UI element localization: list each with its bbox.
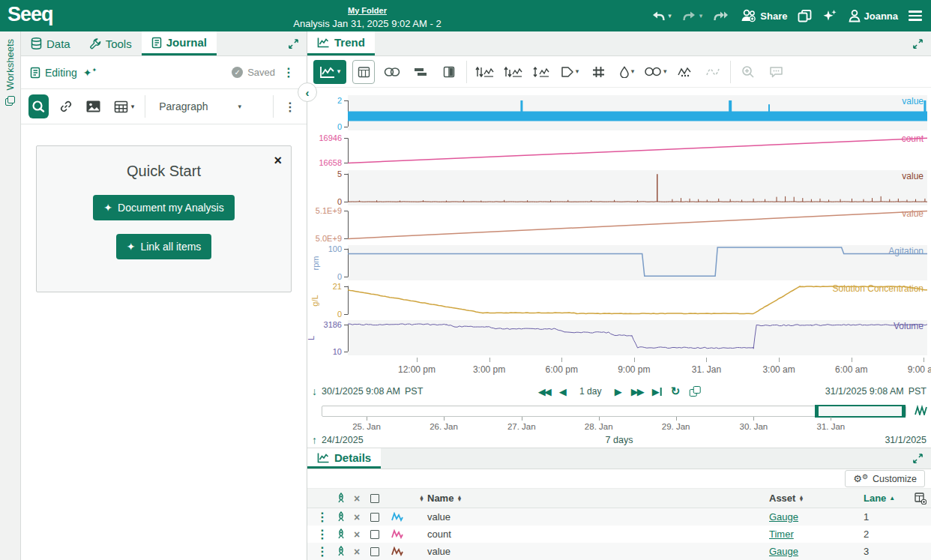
step-forward-fast-button[interactable]: ▶▶ (631, 386, 643, 397)
timebar-start-arrow-icon[interactable]: ↑ (312, 434, 317, 446)
selection-right-handle[interactable] (902, 406, 905, 417)
details-expand-button[interactable] (905, 453, 931, 464)
one-lane-button[interactable] (501, 60, 524, 84)
annotate-button[interactable] (765, 60, 788, 84)
view-mode-dropdown[interactable]: ▾ (313, 60, 346, 84)
row-checkbox[interactable] (370, 547, 379, 556)
worksheets-rail[interactable]: Worksheets (0, 31, 21, 560)
color-sort-icon[interactable]: ▲▼ (419, 496, 424, 502)
lane-label[interactable]: value (902, 171, 924, 181)
chain-view-button[interactable] (381, 60, 403, 84)
row-kebab-menu[interactable]: ⋮ (313, 510, 336, 524)
range-duration[interactable]: 1 day (576, 386, 606, 397)
tab-data[interactable]: Data (21, 31, 80, 55)
ai-assistant-button[interactable] (822, 9, 837, 22)
details-table-row[interactable]: ⋮×valueGauge1 (307, 508, 931, 526)
collapse-left-panel-button[interactable]: ‹ (298, 82, 317, 102)
row-rocket-icon[interactable] (336, 546, 354, 557)
compare-view-button[interactable] (409, 60, 432, 84)
row-asset-link[interactable]: Gauge (769, 546, 798, 557)
tab-details[interactable]: Details (307, 448, 381, 469)
hamburger-menu-icon[interactable] (909, 8, 922, 23)
journal-menu-kebab[interactable]: ⋮ (280, 65, 298, 79)
row-remove-icon[interactable]: × (354, 529, 370, 541)
worksheets-popout-button[interactable] (798, 10, 812, 22)
column-asset[interactable]: Asset▲▼ (769, 493, 844, 504)
details-table-row[interactable]: ⋮×valueGauge3 (307, 543, 931, 560)
header-select-all-checkbox[interactable] (370, 494, 379, 503)
copy-range-button[interactable] (689, 386, 700, 397)
step-forward-button[interactable]: ▶ (615, 386, 622, 397)
trend-lane[interactable]: g/L210Solution Concentration (307, 283, 931, 318)
row-kebab-menu[interactable]: ⋮ (313, 527, 336, 541)
insert-link-button[interactable] (56, 94, 76, 118)
customize-button[interactable]: ⚙⚙ Customize (845, 470, 925, 487)
trend-lane[interactable]: rpm1000Agitation (307, 245, 931, 280)
timebar-start[interactable]: 24/1/2025 (322, 435, 364, 445)
asset-sort-icon[interactable]: ▲▼ (798, 496, 804, 502)
refresh-button[interactable]: ↻ (671, 385, 681, 398)
undo-caret-icon[interactable]: ▾ (668, 13, 672, 19)
details-table-row[interactable]: ⋮×countTimer2 (307, 526, 931, 543)
one-axis-button[interactable] (530, 60, 552, 84)
header-remove-all-icon[interactable]: × (354, 493, 370, 505)
header-rocket-icon[interactable] (336, 493, 354, 504)
row-remove-icon[interactable]: × (354, 546, 370, 558)
breadcrumb-folder-link[interactable]: My Folder (348, 6, 387, 15)
selection-left-handle[interactable] (816, 406, 819, 417)
timebar-signals-icon[interactable] (915, 405, 928, 415)
trend-lane[interactable]: L318610Volume (307, 320, 931, 355)
row-rocket-icon[interactable] (336, 511, 354, 523)
left-panel-expand-button[interactable] (280, 38, 307, 49)
row-asset-link[interactable]: Timer (769, 529, 794, 540)
trend-lane[interactable]: 5.1E+95.0E+9value (307, 208, 931, 243)
grouping-button[interactable]: ▾ (644, 60, 667, 84)
lane-label[interactable]: Solution Concentration (833, 283, 924, 294)
labels-button[interactable]: ▾ (558, 60, 581, 84)
samples-button[interactable] (673, 60, 696, 84)
lane-label[interactable]: value (902, 96, 924, 106)
row-asset-link[interactable]: Gauge (769, 511, 798, 523)
trend-lane[interactable]: 50value (307, 170, 931, 205)
redo-all-button[interactable] (713, 10, 729, 22)
lane-label[interactable]: Agitation (888, 246, 924, 256)
row-remove-icon[interactable]: × (354, 511, 370, 523)
split-view-button[interactable] (438, 60, 460, 84)
add-column-button[interactable] (915, 493, 931, 505)
undo-button[interactable]: ▾ (651, 10, 672, 22)
timebar-end[interactable]: 31/1/2025 (885, 435, 927, 445)
share-button[interactable]: Share (740, 9, 787, 22)
lane-label[interactable]: Volume (894, 321, 924, 331)
trend-chart[interactable]: 20value1694616658count50value5.1E+95.0E+… (307, 88, 931, 382)
lane-label[interactable]: count (902, 133, 924, 144)
timebar-duration[interactable]: 7 days (606, 435, 633, 445)
tab-journal[interactable]: Journal (142, 31, 217, 55)
step-to-end-button[interactable]: ▶ (652, 386, 662, 397)
separate-lanes-button[interactable] (473, 60, 495, 84)
gridlines-button[interactable] (587, 60, 609, 84)
timebar-selection[interactable] (815, 405, 906, 418)
trend-lane[interactable]: 20value (307, 95, 931, 130)
trend-lane[interactable]: 1694616658count (307, 133, 931, 168)
interpolation-button[interactable] (702, 60, 724, 84)
journal-ai-sparkle-icon[interactable]: ✦✦ (83, 67, 97, 79)
step-back-fast-button[interactable]: ◀◀ (538, 386, 550, 397)
zoom-button[interactable] (737, 60, 759, 84)
row-checkbox[interactable] (370, 513, 379, 522)
row-checkbox[interactable] (370, 530, 379, 539)
insert-table-button[interactable]: ▾ (111, 94, 138, 118)
column-lane[interactable]: Lane▲ (844, 493, 897, 504)
paragraph-style-select[interactable]: Paragraph ▾ (153, 100, 265, 112)
row-rocket-icon[interactable] (336, 529, 354, 540)
timebar-track[interactable] (322, 406, 906, 417)
lane-label[interactable]: value (902, 208, 924, 219)
redo-button[interactable]: ▾ (682, 10, 703, 22)
range-start-arrow-icon[interactable]: ↓ (312, 385, 317, 397)
row-kebab-menu[interactable]: ⋮ (313, 544, 336, 559)
seeq-link-button[interactable] (28, 94, 49, 118)
name-sort-icon[interactable]: ▲▼ (457, 496, 462, 502)
step-back-button[interactable]: ◀ (559, 386, 567, 397)
tab-tools[interactable]: Tools (80, 31, 142, 55)
insert-image-button[interactable] (83, 94, 103, 118)
trend-expand-button[interactable] (905, 38, 931, 49)
